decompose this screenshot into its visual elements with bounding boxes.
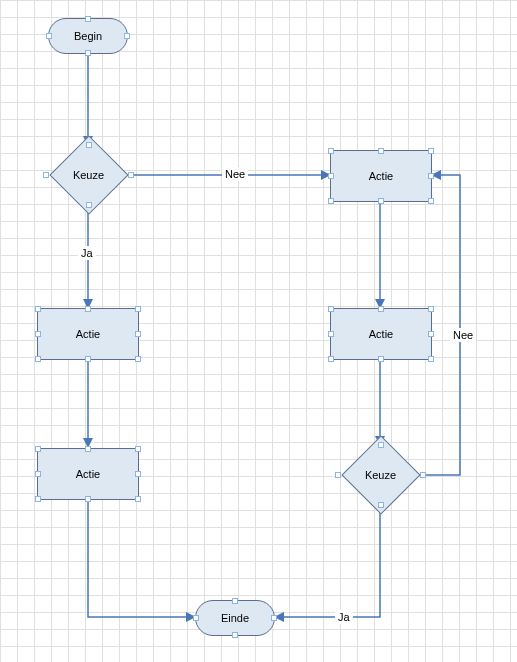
node-begin[interactable]: Begin: [48, 18, 128, 54]
node-keuze1-label: Keuze: [73, 169, 104, 181]
node-actieR1[interactable]: Actie: [330, 150, 432, 202]
node-actieR1-label: Actie: [369, 170, 393, 182]
node-actieR2[interactable]: Actie: [330, 308, 432, 360]
node-actieL2-label: Actie: [76, 468, 100, 480]
edge-actieL2-einde: [88, 500, 195, 617]
node-einde[interactable]: Einde: [195, 600, 275, 636]
node-keuze2[interactable]: Keuze: [338, 445, 423, 505]
node-keuze2-label: Keuze: [365, 469, 396, 481]
node-actieL1-label: Actie: [76, 328, 100, 340]
edge-label-nee-1: Nee: [222, 167, 248, 181]
edge-keuze2-einde: [275, 505, 380, 617]
node-begin-label: Begin: [74, 30, 102, 42]
node-actieR2-label: Actie: [369, 328, 393, 340]
node-actieL2[interactable]: Actie: [37, 448, 139, 500]
edge-label-ja-1: Ja: [78, 246, 96, 260]
flowchart-canvas: Begin Keuze Actie Actie Actie Actie Keuz…: [0, 0, 517, 662]
node-einde-label: Einde: [221, 612, 249, 624]
edge-label-ja-2: Ja: [335, 610, 353, 624]
node-keuze1[interactable]: Keuze: [46, 145, 131, 205]
edge-label-nee-2: Nee: [450, 328, 476, 342]
node-actieL1[interactable]: Actie: [37, 308, 139, 360]
